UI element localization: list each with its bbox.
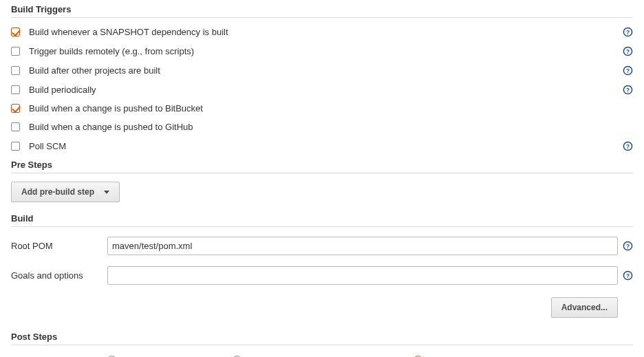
- section-pre-steps-title: Pre Steps: [11, 155, 633, 173]
- build-triggers-list: Build whenever a SNAPSHOT dependency is …: [11, 22, 633, 155]
- goals-input[interactable]: [107, 266, 618, 285]
- goals-row: Goals and options ?: [11, 261, 633, 290]
- svg-text:?: ?: [625, 272, 629, 279]
- trigger-row: Build when a change is pushed to GitHub: [11, 118, 633, 136]
- section-build-triggers-title: Build Triggers: [11, 0, 633, 18]
- help-icon[interactable]: ?: [622, 241, 633, 252]
- trigger-checkbox[interactable]: [11, 66, 20, 75]
- trigger-checkbox[interactable]: [11, 28, 20, 36]
- trigger-row: Build whenever a SNAPSHOT dependency is …: [11, 22, 633, 41]
- caret-down-icon: [104, 191, 109, 194]
- trigger-label[interactable]: Build when a change is pushed to BitBuck…: [29, 103, 633, 113]
- help-icon[interactable]: ?: [622, 140, 633, 151]
- section-build-title: Build: [11, 209, 633, 227]
- trigger-label[interactable]: Build after other projects are built: [29, 65, 622, 76]
- advanced-button[interactable]: Advanced...: [551, 297, 618, 318]
- trigger-checkbox[interactable]: [11, 142, 20, 151]
- trigger-label[interactable]: Poll SCM: [29, 141, 622, 151]
- post-steps-options: Run only if build succeedsRun only if bu…: [11, 349, 633, 357]
- trigger-row: Trigger builds remotely (e.g., from scri…: [11, 41, 633, 61]
- root-pom-label: Root POM: [11, 241, 107, 251]
- trigger-checkbox[interactable]: [11, 104, 20, 113]
- add-pre-build-step-label: Add pre-build step: [21, 187, 94, 197]
- trigger-checkbox[interactable]: [11, 122, 20, 131]
- add-pre-build-step-button[interactable]: Add pre-build step: [11, 182, 120, 202]
- trigger-row: Poll SCM?: [11, 136, 633, 155]
- help-icon[interactable]: ?: [622, 84, 633, 95]
- svg-text:?: ?: [625, 243, 629, 250]
- trigger-row: Build after other projects are built?: [11, 61, 633, 80]
- svg-text:?: ?: [625, 142, 629, 149]
- svg-text:?: ?: [625, 47, 629, 54]
- help-icon[interactable]: ?: [622, 270, 633, 281]
- root-pom-row: Root POM ?: [11, 231, 633, 261]
- trigger-checkbox[interactable]: [11, 85, 20, 94]
- help-icon[interactable]: ?: [622, 26, 633, 37]
- trigger-label[interactable]: Build when a change is pushed to GitHub: [29, 122, 633, 132]
- trigger-row: Build periodically?: [11, 80, 633, 99]
- svg-text:?: ?: [625, 67, 629, 74]
- section-post-steps-title: Post Steps: [11, 327, 633, 345]
- help-icon[interactable]: ?: [622, 65, 633, 76]
- svg-text:?: ?: [625, 86, 629, 93]
- trigger-checkbox[interactable]: [11, 47, 20, 56]
- trigger-label[interactable]: Build whenever a SNAPSHOT dependency is …: [29, 27, 622, 37]
- advanced-button-label: Advanced...: [561, 303, 608, 312]
- trigger-label[interactable]: Trigger builds remotely (e.g., from scri…: [29, 46, 622, 56]
- trigger-row: Build when a change is pushed to BitBuck…: [11, 99, 633, 118]
- trigger-label[interactable]: Build periodically: [29, 85, 622, 95]
- help-icon[interactable]: ?: [622, 45, 633, 56]
- goals-label: Goals and options: [11, 270, 107, 281]
- root-pom-input[interactable]: [107, 237, 618, 255]
- svg-text:?: ?: [625, 28, 629, 35]
